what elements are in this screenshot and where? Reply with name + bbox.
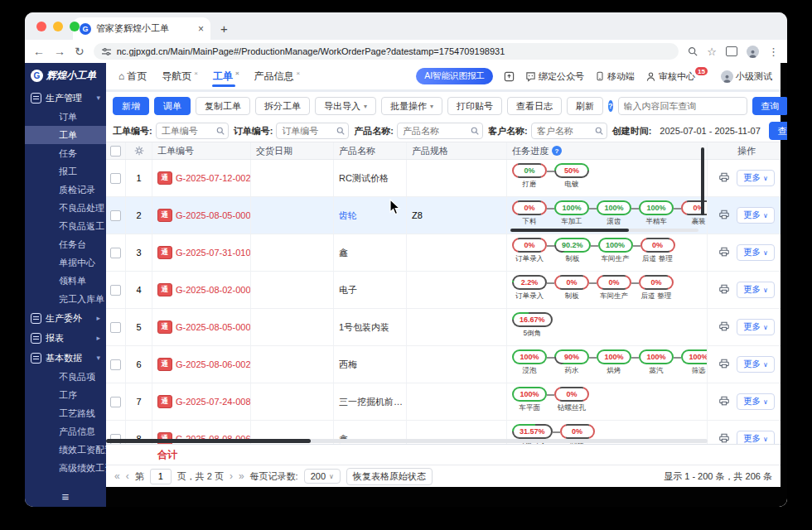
tab-首页[interactable]: ⌂首页 (111, 63, 154, 89)
progress-step[interactable]: 2.2%订单录入 (512, 275, 547, 301)
sidebar-item-不良品处理[interactable]: 不良品处理 (25, 199, 106, 217)
print-icon[interactable] (718, 171, 730, 185)
progress-step[interactable]: 90%药水 (554, 349, 589, 376)
sidebar-item-报工[interactable]: 报工 (25, 162, 106, 181)
table-row[interactable]: 4通G-2025-08-02-0003电子2.2%订单录入0%制板0%车间生产0… (106, 272, 781, 309)
progress-step[interactable]: 100%车加工 (554, 200, 589, 227)
help-icon[interactable]: ? (608, 100, 613, 112)
first-page-icon[interactable]: « (114, 470, 120, 482)
new-tab-button[interactable]: + (220, 22, 228, 35)
user-menu[interactable]: 小级测试 (721, 70, 772, 83)
progress-step[interactable]: 100%蒸汽 (639, 349, 674, 376)
progress-step[interactable]: 0%后道 整理 (640, 238, 675, 264)
progress-step[interactable]: 0%制板 (554, 275, 589, 301)
progress-step[interactable]: 100%滚齿 (597, 200, 631, 227)
bind-official-account-link[interactable]: 绑定公众号 (525, 70, 584, 83)
horizontal-scrollbar[interactable] (106, 439, 708, 443)
sidebar-item-任务[interactable]: 任务 (25, 144, 106, 162)
sidebar-collapse-icon[interactable]: ≡ (25, 485, 106, 507)
more-button[interactable]: 更多∨ (737, 319, 775, 335)
print-icon[interactable] (718, 432, 730, 444)
work-order-number[interactable]: G-2025-08-05-0008 (176, 322, 251, 332)
page-number-input[interactable] (150, 469, 172, 484)
work-order-number[interactable]: G-2025-08-05-0006 (176, 210, 251, 220)
table-row[interactable]: 6通G-2025-08-06-0029西梅100%浸泡90%药水100%烘烤10… (106, 346, 781, 383)
progress-step[interactable]: 0%后道 整理 (639, 275, 674, 301)
sidebar-item-高级绩效工资...[interactable]: 高级绩效工资... (25, 459, 106, 477)
work-order-number[interactable]: G-2025-07-12-0026-2 (176, 173, 251, 183)
close-window-button[interactable] (36, 22, 46, 31)
more-button[interactable]: 更多∨ (737, 431, 775, 444)
row-checkbox[interactable] (106, 197, 126, 234)
sidebar-group-生产委外[interactable]: 生产委外▸ (25, 308, 106, 328)
progress-step[interactable]: 100%烘烤 (597, 349, 631, 376)
address-bar[interactable]: nc.gjpxgd.cn/Main/MainPage#/ProductionMa… (94, 43, 679, 60)
zoom-icon[interactable] (688, 46, 698, 56)
work-order-number[interactable]: G-2025-07-31-0106-1 (176, 248, 251, 258)
app-center-icon[interactable] (504, 71, 515, 82)
column-settings-gear-icon[interactable] (126, 142, 152, 159)
audit-center-link[interactable]: 审核中心 15 (645, 70, 710, 83)
sidebar-item-完工入库单[interactable]: 完工入库单 (25, 290, 106, 308)
查看日志-button[interactable]: 查看日志 (507, 97, 562, 115)
progress-step[interactable]: 0%打磨 (512, 163, 547, 190)
print-icon[interactable] (718, 320, 730, 334)
back-icon[interactable]: ← (33, 46, 45, 57)
restore-table-button[interactable]: 恢复表格原始状态 (346, 468, 433, 485)
progress-step[interactable]: 50%电镀 (554, 163, 589, 190)
拆分工单-button[interactable]: 拆分工单 (255, 97, 310, 115)
sidebar-group-报表[interactable]: 报表▸ (25, 328, 106, 348)
刷新-button[interactable]: 刷新 (567, 97, 603, 115)
search-icon[interactable] (216, 127, 225, 135)
filter-search-button[interactable]: 查询 (769, 122, 787, 140)
row-checkbox[interactable] (106, 309, 126, 345)
progress-step[interactable]: 100%车间生产 (598, 238, 633, 264)
mobile-link[interactable]: 移动端 (595, 70, 635, 83)
print-icon[interactable] (718, 358, 730, 371)
forward-icon[interactable]: → (54, 46, 65, 57)
product-name[interactable]: 齿轮 (339, 210, 357, 222)
search-icon[interactable] (595, 127, 603, 135)
sidebar-group-生产管理[interactable]: 生产管理▾ (25, 88, 106, 108)
tab-导航页[interactable]: 导航页× (154, 63, 205, 89)
sidebar-group-基本数据[interactable]: 基本数据▾ (25, 348, 106, 368)
progress-step[interactable]: 0%钻螺丝孔 (554, 387, 589, 413)
more-button[interactable]: 更多∨ (737, 207, 775, 224)
print-icon[interactable] (718, 246, 730, 259)
row-checkbox[interactable] (106, 272, 126, 308)
复制工单-button[interactable]: 复制工单 (196, 97, 250, 115)
search-icon[interactable] (471, 127, 479, 135)
progress-step[interactable]: 0%车间生产 (597, 275, 631, 301)
bookmark-star-icon[interactable]: ☆ (707, 46, 717, 57)
tab-产品信息[interactable]: 产品信息× (247, 63, 308, 89)
more-button[interactable]: 更多∨ (737, 356, 775, 373)
sidebar-item-工序[interactable]: 工序 (25, 386, 106, 404)
打印贴号-button[interactable]: 打印贴号 (447, 97, 502, 115)
sidebar-item-单据中心[interactable]: 单据中心 (25, 253, 106, 272)
row-checkbox[interactable] (106, 234, 126, 271)
sidebar-item-订单[interactable]: 订单 (25, 108, 106, 126)
sidebar-item-任务台[interactable]: 任务台 (25, 235, 106, 253)
导出导入-button[interactable]: 导出导入▾ (315, 97, 376, 115)
more-button[interactable]: 更多∨ (737, 244, 775, 261)
fullscreen-window-button[interactable] (70, 22, 80, 31)
search-icon[interactable] (336, 127, 345, 135)
quick-search-button[interactable]: 查询 (752, 97, 787, 115)
prev-page-icon[interactable]: ‹ (126, 470, 129, 482)
profile-avatar-icon[interactable] (747, 46, 759, 58)
row-checkbox[interactable] (106, 160, 126, 196)
progress-step[interactable]: 16.67%5倒角 (512, 312, 553, 339)
tab-close-icon[interactable]: × (194, 70, 198, 77)
tab-close-icon[interactable]: × (235, 70, 239, 77)
last-page-icon[interactable]: » (239, 470, 244, 482)
批量操作-button[interactable]: 批量操作▾ (381, 97, 442, 115)
tab-close-icon[interactable]: × (297, 70, 301, 77)
sidebar-item-工单[interactable]: 工单 (25, 126, 106, 144)
row-checkbox[interactable] (106, 383, 126, 420)
progress-step[interactable]: 0%下料 (512, 200, 547, 227)
create-time-range[interactable]: 2025-07-01 - 2025-11-07 (660, 126, 761, 136)
row-checkbox[interactable] (106, 346, 126, 383)
side-panel-icon[interactable] (726, 46, 737, 56)
sidebar-item-绩效工资配置[interactable]: 绩效工资配置 (25, 441, 106, 459)
site-info-icon[interactable] (102, 47, 111, 56)
